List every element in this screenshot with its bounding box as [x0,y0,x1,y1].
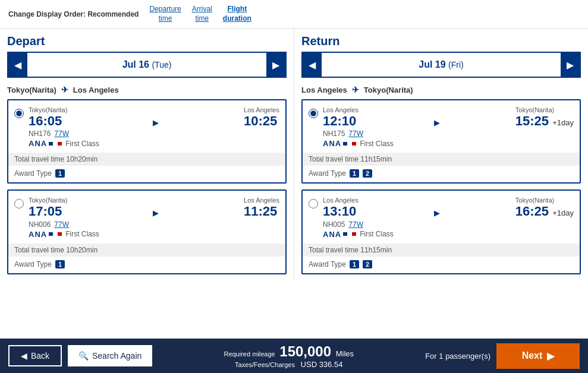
depart-title: Depart [7,29,287,52]
depart-prev-btn[interactable]: ◀ [8,53,27,77]
d1-arrive-time: 10:25 [244,114,279,128]
r1-flight-num: NH175 [323,129,345,138]
return-prev-btn[interactable]: ◀ [303,53,322,77]
depart-route: Tokyo(Narita) ✈ Los Angeles [7,83,287,99]
return-flight-2-info: Los Angeles 13:10 ▶ Tokyo(Narita) 16:25 … [323,197,574,239]
r2-arrow: ▶ [434,197,440,217]
d1-cabin: First Class [65,140,99,148]
r1-airline-row: ANA First Class [323,139,574,148]
d1-airline-row: ANA First Class [29,139,279,148]
r2-to-city: Tokyo(Narita) [515,197,574,204]
d1-award-1: 1 [55,169,65,178]
header-bar: Change Display Order: Recommended Depart… [0,0,588,29]
d2-cabin: First Class [65,230,99,238]
d1-arrow: ▶ [153,106,159,127]
r2-airline-code[interactable]: 77W [348,220,363,229]
r1-award-1: 1 [350,169,359,178]
taxes-row: Taxes/Fees/Charges USD 336.54 [158,360,419,369]
sort-departure[interactable]: Departuretime [149,5,181,23]
r2-award-2: 2 [363,260,372,268]
d2-travel-time: Total travel time 10h20min [8,244,285,257]
d1-award-row: Award Type 1 [8,166,285,182]
d2-award-row: Award Type 1 [8,257,285,273]
d1-depart-time: 16:05 [29,114,67,128]
sort-links: Departuretime Arrivaltime Flightduration [149,5,251,23]
depart-next-btn[interactable]: ▶ [266,53,285,77]
r1-to-city: Tokyo(Narita) [515,106,574,113]
return-route-arrow-icon: ✈ [352,85,359,94]
r2-from-city: Los Angeles [323,197,359,204]
d2-from-city: Tokyo(Narita) [29,197,67,204]
d2-airline-code[interactable]: 77W [54,220,69,229]
d2-arrive-time: 11:25 [244,204,279,219]
depart-date: Jul 16 (Tue) [27,55,266,75]
back-button[interactable]: ◀ Back [8,345,62,366]
footer-bar: ◀ Back 🔍 Search Again Required mileage 1… [0,339,588,373]
next-chevron-icon: ▶ [547,350,554,362]
main-content: Depart ◀ Jul 16 (Tue) ▶ Tokyo(Narita) ✈ … [0,29,588,280]
return-flight-1-info: Los Angeles 12:10 ▶ Tokyo(Narita) 15:25 … [323,106,574,149]
d2-award-1: 1 [55,260,65,268]
d1-from-city: Tokyo(Narita) [29,106,67,113]
sort-arrival[interactable]: Arrivaltime [192,5,212,23]
depart-flight-2: Tokyo(Narita) 17:05 ▶ Los Angeles 11:25 … [7,189,287,274]
passenger-info: For 1 passenger(s) [425,352,490,361]
r2-flight-num-row: NH005 77W [323,220,574,229]
miles-unit: Miles [336,349,354,358]
r1-award-row: Award Type 1 2 [303,166,580,182]
r2-travel-time: Total travel time 11h15min [303,244,580,257]
r1-cabin: First Class [360,140,394,148]
search-again-button[interactable]: 🔍 Search Again [68,345,152,366]
change-order-label: Change Display Order: Recommended [8,10,139,18]
r2-award-1: 1 [350,260,359,268]
taxes-label: Taxes/Fees/Charges [235,361,295,368]
d2-flight-num: NH006 [29,220,51,229]
r2-flight-num: NH005 [323,220,345,229]
r1-flight-num-row: NH175 77W [323,129,574,138]
r1-depart-time: 12:10 [323,114,359,128]
depart-radio-1[interactable] [14,109,24,120]
return-flight-1: Los Angeles 12:10 ▶ Tokyo(Narita) 15:25 … [301,99,581,184]
r1-arrive-time: 15:25 +1day [515,114,574,128]
d1-to-city: Los Angeles [244,106,279,113]
d1-flight-num: NH176 [29,129,51,138]
r1-travel-time: Total travel time 11h15min [303,153,580,166]
d2-flight-num-row: NH006 77W [29,220,279,229]
return-date-nav: ◀ Jul 19 (Fri) ▶ [301,52,581,78]
return-section: Return ◀ Jul 19 (Fri) ▶ Los Angeles ✈ To… [294,29,588,280]
d2-arrow: ▶ [153,197,159,217]
back-chevron-icon: ◀ [21,351,27,361]
r1-airline-code[interactable]: 77W [348,129,363,138]
required-mileage-row: Required mileage 150,000 Miles [158,343,419,360]
return-radio-2[interactable] [309,199,318,210]
r2-depart-time: 13:10 [323,204,359,219]
miles-value: 150,000 [279,343,331,359]
d2-depart-time: 17:05 [29,204,67,219]
sort-duration[interactable]: Flightduration [223,5,251,23]
depart-flight-1-info: Tokyo(Narita) 16:05 ▶ Los Angeles 10:25 … [29,106,279,149]
depart-date-nav: ◀ Jul 16 (Tue) ▶ [7,52,287,78]
d1-ana-logo: ANA [29,139,62,148]
d2-airline-row: ANA First Class [29,230,279,239]
next-button[interactable]: Next ▶ [496,343,580,369]
depart-section: Depart ◀ Jul 16 (Tue) ▶ Tokyo(Narita) ✈ … [0,29,294,280]
return-next-btn[interactable]: ▶ [561,53,580,77]
depart-radio-2[interactable] [14,199,24,210]
return-date: Jul 19 (Fri) [322,55,561,75]
r1-ana-logo: ANA [323,139,356,148]
return-radio-1[interactable] [309,109,318,120]
r1-award-2: 2 [363,169,372,178]
mileage-info: Required mileage 150,000 Miles Taxes/Fee… [158,343,419,369]
search-icon: 🔍 [78,351,89,361]
d1-travel-time: Total travel time 10h20min [8,153,285,166]
return-route: Los Angeles ✈ Tokyo(Narita) [301,83,581,99]
r2-airline-row: ANA First Class [323,230,574,239]
taxes-value: USD 336.54 [301,360,343,369]
return-flight-2: Los Angeles 13:10 ▶ Tokyo(Narita) 16:25 … [301,189,581,274]
r2-cabin: First Class [360,230,394,238]
depart-flight-1: Tokyo(Narita) 16:05 ▶ Los Angeles 10:25 … [7,99,287,184]
r1-arrow: ▶ [434,106,440,127]
d1-airline-code[interactable]: 77W [54,129,69,138]
r2-arrive-time: 16:25 +1day [515,204,574,219]
d2-ana-logo: ANA [29,230,62,239]
